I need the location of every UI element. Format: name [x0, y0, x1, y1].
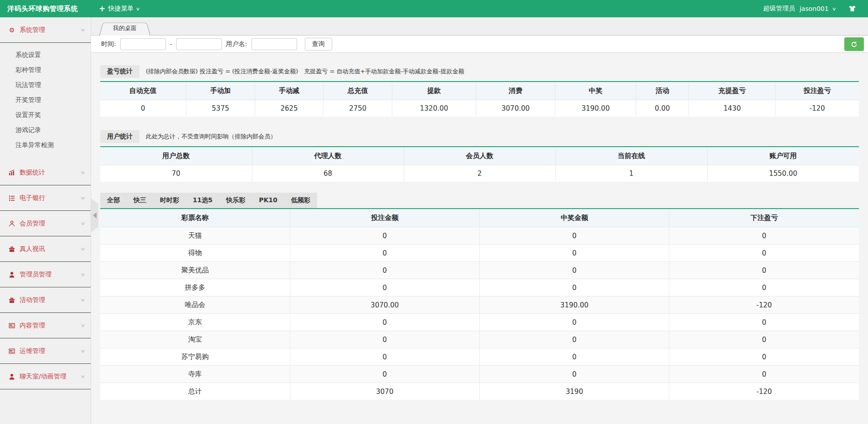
- list-icon: [8, 195, 15, 201]
- username-input[interactable]: [252, 38, 297, 50]
- cell-total-recharge: 2750: [323, 100, 392, 117]
- cell-total-users: 70: [100, 165, 252, 182]
- table-row: 70 68 2 1 1550.00: [100, 165, 859, 182]
- sidebar-item-game-records[interactable]: 游戏记录: [0, 123, 91, 138]
- sidebar-item-data-stats[interactable]: 数据统计 ∨: [0, 160, 91, 185]
- user-menu[interactable]: jason001 ∨: [800, 5, 836, 12]
- sidebar-item-chatroom-animation-mgmt[interactable]: 聊天室/动画管理 ∨: [0, 364, 91, 389]
- user-section-note: 此处为总计，不受查询时间影响（排除内部会员）: [146, 133, 276, 141]
- tab-kuaisan[interactable]: 快三: [127, 193, 153, 208]
- user-outline-icon: [8, 220, 15, 227]
- sidebar-item-ops-mgmt[interactable]: 运维管理 ∨: [0, 338, 91, 364]
- cell-bet-pl: -120: [776, 100, 859, 117]
- sidebar-item-label: 数据统计: [20, 169, 45, 177]
- sidebar-item-bet-anomaly-check[interactable]: 注单异常检测: [0, 138, 91, 153]
- cell-bet-pl: -120: [669, 383, 859, 400]
- query-button[interactable]: 查询: [305, 38, 332, 51]
- cell-lottery-name: 寺库: [100, 366, 290, 383]
- table-row: 京东 0 0 0: [100, 314, 859, 331]
- sidebar-item-admin-mgmt[interactable]: 管理员管理 ∨: [0, 262, 91, 287]
- chevron-down-icon: ∨: [136, 6, 140, 11]
- sidebar-item-system-settings[interactable]: 系统设置: [0, 47, 91, 62]
- lottery-category-tabs: 全部 快三 时时彩 11选5 快乐彩 PK10 低频彩: [100, 193, 317, 208]
- sidebar-item-label: 内容管理: [20, 322, 45, 330]
- range-separator: -: [170, 41, 172, 48]
- time-start-input[interactable]: [120, 38, 166, 50]
- column-header: 活动: [636, 82, 689, 100]
- sidebar-item-member-mgmt[interactable]: 会员管理 ∨: [0, 211, 91, 236]
- cell-bet-pl: 0: [669, 331, 859, 348]
- user-stats-table: 用户总数 代理人数 会员人数 当前在线 账户可用 70 68 2 1 1550.…: [100, 146, 859, 182]
- chevron-down-icon: ∨: [80, 297, 85, 302]
- cell-bet-pl: 0: [669, 245, 859, 262]
- quick-menu-label: 快捷菜单: [108, 5, 134, 13]
- desktop-tabs-row: 我的桌面: [91, 17, 868, 36]
- sidebar-collapse-handle[interactable]: [91, 199, 98, 232]
- chevron-down-icon: ∨: [80, 323, 85, 328]
- cell-recharge-withdraw-pl: 1430: [689, 100, 776, 117]
- column-header: 会员人数: [404, 147, 555, 165]
- cell-win-amount: 0: [480, 366, 669, 383]
- news-icon: [8, 322, 15, 329]
- table-row: 聚美优品 0 0 0: [100, 262, 859, 279]
- sidebar-item-e-banking[interactable]: 电子银行 ∨: [0, 185, 91, 211]
- sidebar-item-lottery-type-mgmt[interactable]: 彩种管理: [0, 62, 91, 77]
- tab-dipincai[interactable]: 低频彩: [284, 193, 317, 208]
- time-end-input[interactable]: [176, 38, 222, 50]
- sidebar-item-label: 系统管理: [20, 26, 45, 34]
- user-filled-icon: [8, 373, 15, 380]
- table-row: 苏宁易购 0 0 0: [100, 348, 859, 366]
- sidebar-item-content-mgmt[interactable]: 内容管理 ∨: [0, 313, 91, 338]
- tab-shishicai[interactable]: 时时彩: [153, 193, 186, 208]
- cell-bet-amount: 3070: [290, 383, 479, 400]
- tab-all[interactable]: 全部: [100, 193, 127, 208]
- column-header: 手动减: [255, 82, 324, 100]
- sidebar-group-system: ⚙ 系统管理 ∨ 系统设置 彩种管理 玩法管理 开奖管理 设置开奖 游戏记录 注…: [0, 17, 91, 160]
- quick-menu-button[interactable]: + 快捷菜单 ∨: [99, 5, 140, 13]
- sidebar: ⚙ 系统管理 ∨ 系统设置 彩种管理 玩法管理 开奖管理 设置开奖 游戏记录 注…: [0, 17, 91, 424]
- column-header: 中奖: [555, 82, 636, 100]
- tab-pk10[interactable]: PK10: [252, 193, 284, 208]
- chevron-left-icon: [93, 212, 97, 219]
- cell-bet-amount: 0: [290, 279, 479, 296]
- tab-my-desktop[interactable]: 我的桌面: [99, 20, 150, 36]
- sidebar-item-live-video[interactable]: 真人视讯 ∨: [0, 236, 91, 262]
- topbar: 洋码头环球购管理系统 + 快捷菜单 ∨ 超级管理员 jason001 ∨: [0, 0, 868, 17]
- sidebar-item-draw-mgmt[interactable]: 开奖管理: [0, 92, 91, 107]
- sidebar-item-set-draw[interactable]: 设置开奖: [0, 107, 91, 123]
- refresh-button[interactable]: [844, 37, 864, 51]
- sidebar-item-label: 聊天室/动画管理: [20, 373, 67, 381]
- cell-bet-amount: 0: [290, 348, 479, 366]
- column-header: 充提盈亏: [689, 82, 776, 100]
- cell-lottery-name: 苏宁易购: [100, 348, 290, 366]
- cell-bet-pl: 0: [669, 262, 859, 279]
- chevron-down-icon: ∨: [80, 348, 85, 353]
- sidebar-submenu-system: 系统设置 彩种管理 玩法管理 开奖管理 设置开奖 游戏记录 注单异常检测: [0, 43, 91, 160]
- cell-lottery-name: 淘宝: [100, 331, 290, 348]
- cell-bet-pl: 0: [669, 314, 859, 331]
- sidebar-item-play-mgmt[interactable]: 玩法管理: [0, 77, 91, 92]
- lottery-stats-table: 彩票名称 投注金额 中奖金额 下注盈亏 天猫 0 0 0 得物 0 0 0 聚美…: [100, 208, 859, 400]
- sidebar-item-activity-mgmt[interactable]: 活动管理 ∨: [0, 287, 91, 313]
- content-scroll-area[interactable]: 盈亏统计 (排除内部会员数据) 投注盈亏 = (投注消费金额-返奖金额) 充提盈…: [91, 53, 868, 424]
- chart-icon: [8, 169, 15, 176]
- sidebar-item-system-mgmt[interactable]: ⚙ 系统管理 ∨: [0, 17, 91, 43]
- sidebar-item-label: 真人视讯: [20, 245, 45, 253]
- column-header: 中奖金额: [480, 209, 669, 227]
- cell-lottery-name: 总计: [100, 383, 290, 400]
- gift-icon: [8, 297, 15, 303]
- cell-lottery-name: 拼多多: [100, 279, 290, 296]
- table-header-row: 彩票名称 投注金额 中奖金额 下注盈亏: [100, 209, 859, 227]
- table-row: 得物 0 0 0: [100, 245, 859, 262]
- profit-section-note: (排除内部会员数据) 投注盈亏 = (投注消费金额-返奖金额) 充提盈亏 = 自…: [146, 67, 464, 76]
- cell-bet-pl: 0: [669, 348, 859, 366]
- theme-shirt-icon[interactable]: [848, 5, 856, 13]
- cell-lottery-name: 京东: [100, 314, 290, 331]
- tab-kuailecai[interactable]: 快乐彩: [219, 193, 252, 208]
- cell-lottery-name: 唯品会: [100, 296, 290, 314]
- tab-11x5[interactable]: 11选5: [186, 193, 219, 208]
- column-header: 自动充值: [100, 82, 186, 100]
- column-header: 彩票名称: [100, 209, 290, 227]
- cell-bet-amount: 0: [290, 314, 479, 331]
- cell-bet-pl: 0: [669, 366, 859, 383]
